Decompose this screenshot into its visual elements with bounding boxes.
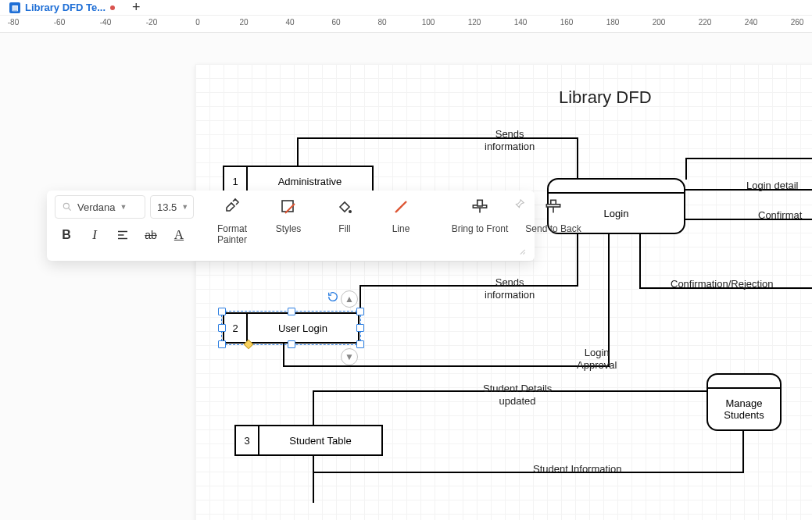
styles-button[interactable]: Styles [261, 197, 316, 234]
edge-label-conf-rej: Confirmation/Rejection [671, 278, 774, 290]
chevron-down-icon: ▼ [120, 203, 127, 211]
ruler-tick: 20 [239, 18, 248, 27]
svg-point-3 [349, 210, 352, 213]
font-size: 13.5 [157, 201, 177, 213]
edge [313, 472, 744, 473]
edge-label-login-detail: Login detail [746, 180, 799, 192]
horizontal-ruler: -80-60-40-200204060801001201401601802002… [0, 16, 812, 33]
ruler-tick: -60 [54, 18, 65, 27]
page: Library DFD Login Manage Students 1 Admi… [195, 64, 812, 520]
diagram-title: Library DFD [559, 87, 652, 108]
node-studenttable-label: Student Table [259, 426, 381, 454]
fill-button[interactable]: Fill [317, 197, 372, 234]
font-family-select[interactable]: Verdana ▼ [55, 195, 145, 219]
edge [283, 365, 610, 367]
tool-label: Styles [276, 223, 302, 234]
node-manage-students-header [708, 375, 780, 389]
node-user-login[interactable]: 2 User Login [223, 312, 359, 344]
ruler-tick: -80 [8, 18, 19, 27]
connector-handle-up-icon[interactable]: ▲ [341, 290, 358, 308]
edge [297, 137, 578, 139]
tab-bar: ▤ Library DFD Te... + [0, 0, 812, 16]
align-button[interactable] [111, 223, 134, 247]
shape-tools-group: Format Painter Styles Fill Line Bring t [205, 195, 589, 256]
tool-label: Send to Back [525, 223, 581, 234]
node-manage-students-label: Manage Students [708, 389, 780, 429]
add-tab-button[interactable]: + [132, 0, 141, 16]
search-icon [62, 201, 73, 212]
edge [577, 137, 578, 178]
edge [297, 137, 299, 166]
ruler-tick: 100 [422, 18, 435, 27]
ruler-tick: 220 [699, 18, 712, 27]
ruler-tick: 80 [377, 18, 386, 27]
edge [359, 285, 361, 313]
ruler-tick: 200 [653, 18, 666, 27]
tab-title: Library DFD Te... [25, 2, 106, 13]
bring-to-front-icon [470, 197, 490, 217]
edge-label-student-updated: Student Details updated [483, 383, 552, 407]
edge [608, 234, 610, 365]
svg-line-1 [69, 208, 71, 211]
edge-label-confirmat: Confirmat [758, 209, 802, 222]
ruler-tick: 260 [791, 18, 804, 27]
edge [313, 456, 314, 503]
canvas[interactable]: Library DFD Login Manage Students 1 Admi… [0, 33, 812, 520]
send-to-back-icon [543, 197, 563, 217]
format-painter-icon [222, 197, 242, 217]
text-color-button[interactable]: A [167, 223, 191, 247]
text-format-group: Verdana ▼ 13.5 ▼ B I ab A [55, 195, 205, 256]
document-tab[interactable]: ▤ Library DFD Te... [3, 0, 121, 15]
ruler-tick: 40 [285, 18, 294, 27]
edge [742, 431, 744, 473]
pin-toolbar-button[interactable] [513, 197, 527, 211]
ruler-tick: 60 [331, 18, 340, 27]
rotate-handle[interactable] [327, 290, 339, 303]
node-userlogin-label: User Login [248, 314, 358, 342]
ruler-tick: 160 [560, 18, 574, 27]
edge [685, 158, 812, 159]
bring-to-front-button[interactable]: Bring to Front [444, 197, 516, 234]
format-painter-button[interactable]: Format Painter [205, 197, 259, 246]
svg-rect-5 [478, 200, 483, 206]
font-size-select[interactable]: 13.5 ▼ [150, 195, 194, 219]
edge-label-student-info: Student Information [533, 463, 621, 475]
edge-label-login-approval: Login Approval [577, 347, 617, 371]
strikethrough-button[interactable]: ab [139, 223, 163, 247]
italic-button[interactable]: I [83, 223, 106, 247]
ruler-tick: 0 [195, 18, 200, 27]
styles-icon [278, 197, 299, 217]
bold-button[interactable]: B [55, 223, 78, 247]
ruler-tick: 120 [468, 18, 481, 27]
pin-icon [514, 198, 525, 209]
tool-label: Line [392, 223, 410, 234]
ruler-tick: 140 [514, 18, 528, 27]
line-icon [391, 197, 411, 217]
file-icon: ▤ [9, 2, 20, 13]
align-icon [116, 228, 130, 242]
svg-rect-7 [546, 205, 560, 207]
unsaved-indicator-icon [110, 5, 115, 10]
svg-point-0 [63, 203, 69, 208]
node-userlogin-num: 2 [224, 314, 248, 342]
fill-icon [334, 197, 355, 217]
ruler-tick: 240 [745, 18, 758, 27]
ruler-tick: -20 [146, 18, 157, 27]
floating-toolbar: Verdana ▼ 13.5 ▼ B I ab A Format Painter [47, 191, 535, 261]
node-student-table[interactable]: 3 Student Table [234, 425, 383, 456]
edge [639, 234, 641, 289]
node-manage-students[interactable]: Manage Students [706, 373, 782, 431]
node-studenttable-num: 3 [236, 426, 259, 454]
edge [313, 390, 314, 425]
line-button[interactable]: Line [374, 197, 428, 234]
edge [283, 344, 284, 367]
font-name: Verdana [77, 201, 115, 213]
send-to-back-button[interactable]: Send to Back [517, 197, 589, 234]
edge [685, 158, 687, 180]
edge-label-sends2: Sends information [485, 276, 535, 301]
connector-handle-down-icon[interactable]: ▼ [341, 348, 358, 365]
tool-label: Format Painter [217, 223, 247, 246]
ruler-tick: 180 [606, 18, 620, 27]
ruler-tick: -40 [100, 18, 111, 27]
tool-label: Fill [338, 223, 350, 234]
